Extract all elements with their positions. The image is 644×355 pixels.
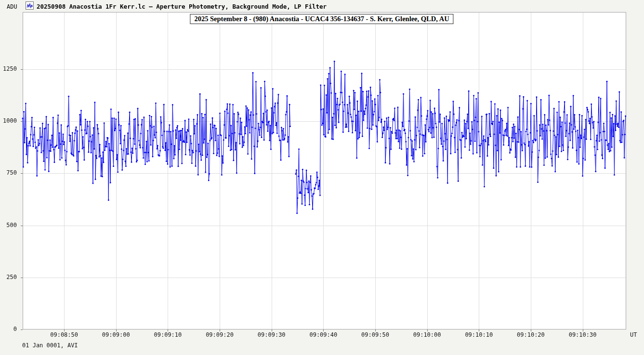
window-title: 20250908 Anacostia 1Fr Kerr.lc – Apertur… — [37, 3, 327, 10]
y-tick-label: 750 — [0, 169, 19, 176]
x-tick-label: 09:10:30 — [563, 331, 603, 338]
file-info-label: 01 Jan 0001, AVI — [22, 342, 78, 349]
x-tick-label: 09:09:30 — [251, 331, 292, 338]
y-tick-label: 1250 — [0, 65, 19, 72]
y-tick-label: 500 — [0, 222, 19, 228]
x-tick-label: 09:09:50 — [355, 331, 395, 338]
light-curve-icon-glyph — [27, 3, 33, 9]
y-tick-label: 0 — [0, 326, 19, 332]
y-tick-label: 250 — [0, 274, 19, 280]
x-tick-label: 09:09:20 — [199, 331, 240, 338]
x-tick-label: 09:09:40 — [303, 331, 343, 338]
y-tick-label: 1000 — [0, 117, 19, 124]
x-tick-label: 09:09:00 — [96, 331, 136, 338]
x-tick-label: 09:10:00 — [407, 331, 447, 338]
x-tick-label: 09:10:20 — [511, 331, 551, 338]
x-tick-label: 09:08:50 — [44, 331, 84, 338]
app-icon — [26, 1, 34, 10]
x-tick-label: 09:10:10 — [459, 331, 499, 338]
y-axis-unit-label: ADU — [7, 3, 17, 10]
x-axis-unit-label: UT — [630, 331, 637, 338]
observation-caption: 2025 September 8 - (980) Anacostia - UCA… — [190, 14, 453, 24]
x-tick-label: 09:09:10 — [147, 331, 188, 338]
light-curve-plot[interactable] — [0, 0, 644, 355]
